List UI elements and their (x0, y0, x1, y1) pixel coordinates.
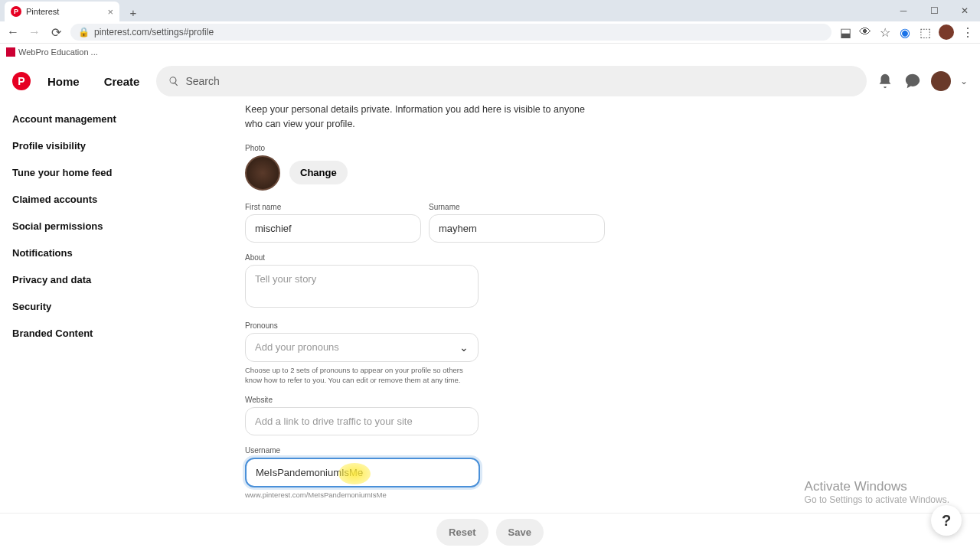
app-header: P Home Create Search ⌄ (0, 60, 980, 103)
change-photo-button[interactable]: Change (289, 161, 348, 184)
chevron-down-icon[interactable]: ⌄ (960, 76, 968, 86)
intro-text: Keep your personal details private. Info… (245, 103, 605, 132)
footer: Reset Save (0, 513, 980, 551)
extension-icon[interactable]: ◉ (899, 26, 911, 38)
surname-label: Surname (429, 203, 605, 211)
username-input[interactable] (245, 458, 480, 487)
search-input[interactable]: Search (156, 66, 867, 96)
sidebar-item-branded[interactable]: Branded Content (12, 320, 141, 347)
pronouns-placeholder: Add your pronouns (255, 341, 339, 353)
back-icon[interactable]: ← (6, 25, 20, 39)
about-textarea[interactable] (245, 265, 479, 308)
activate-line2: Go to Settings to activate Windows. (805, 494, 949, 505)
minimize-icon[interactable]: ─ (888, 0, 919, 21)
nav-home[interactable]: Home (40, 69, 87, 94)
window-controls: ─ ☐ ✕ (888, 0, 980, 21)
activate-line1: Activate Windows (805, 479, 949, 494)
messages-icon[interactable] (903, 72, 922, 90)
tab-bar: P Pinterest × + (0, 0, 980, 21)
sidebar-item-tune-feed[interactable]: Tune your home feed (12, 159, 141, 186)
browser-chrome: P Pinterest × + ─ ☐ ✕ ← → ⟳ 🔒 pinterest.… (0, 0, 980, 43)
username-url: www.pinterest.com/MeIsPandemoniumIsMe (245, 491, 480, 499)
sidebar-item-social[interactable]: Social permissions (12, 213, 141, 240)
forward-icon[interactable]: → (28, 25, 41, 39)
close-icon[interactable]: ✕ (949, 0, 980, 21)
bell-icon[interactable] (876, 72, 894, 90)
first-name-label: First name (245, 203, 421, 211)
first-name-input[interactable] (245, 214, 421, 243)
sidebar-item-security[interactable]: Security (12, 293, 141, 320)
sidebar-item-privacy[interactable]: Privacy and data (12, 266, 141, 293)
bookmark-bar: WebPro Education ... (0, 43, 980, 60)
photo-label: Photo (245, 144, 605, 152)
nav-create[interactable]: Create (96, 69, 148, 94)
website-input[interactable] (245, 407, 479, 435)
reload-icon[interactable]: ⟳ (49, 25, 63, 39)
search-placeholder: Search (185, 75, 219, 87)
install-icon[interactable]: ⬓ (839, 26, 851, 38)
url-text: pinterest.com/settings#profile (94, 27, 214, 37)
search-icon (168, 76, 179, 86)
reset-button[interactable]: Reset (436, 519, 488, 546)
pinterest-logo-icon[interactable]: P (12, 72, 31, 90)
pronouns-select[interactable]: Add your pronouns ⌄ (245, 333, 479, 362)
pronouns-helper: Choose up to 2 sets of pronouns to appea… (245, 365, 479, 386)
close-tab-icon[interactable]: × (107, 6, 113, 18)
sidebar-item-claimed[interactable]: Claimed accounts (12, 186, 141, 213)
profile-photo[interactable] (245, 155, 280, 191)
address-bar: ← → ⟳ 🔒 pinterest.com/settings#profile ⬓… (0, 21, 980, 43)
new-tab-button[interactable]: + (124, 3, 142, 21)
pronouns-label: Pronouns (245, 321, 479, 330)
tab-title: Pinterest (26, 7, 59, 16)
chevron-down-icon: ⌄ (459, 341, 469, 354)
username-label: Username (245, 446, 480, 455)
sidebar-item-account[interactable]: Account management (12, 106, 141, 132)
save-button[interactable]: Save (496, 519, 544, 546)
user-avatar[interactable] (931, 71, 951, 91)
menu-icon[interactable]: ⋮ (962, 26, 974, 38)
settings-sidebar: Account management Profile visibility Tu… (0, 103, 153, 551)
extensions-icon[interactable]: ⬚ (919, 26, 931, 38)
sidebar-item-profile-visibility[interactable]: Profile visibility (12, 132, 141, 159)
activate-windows-watermark: Activate Windows Go to Settings to activ… (805, 479, 949, 505)
help-button[interactable]: ? (931, 505, 962, 536)
bookmark-star-icon[interactable]: ☆ (879, 26, 891, 38)
about-label: About (245, 253, 479, 262)
url-field[interactable]: 🔒 pinterest.com/settings#profile (70, 24, 831, 41)
lock-icon: 🔒 (78, 27, 90, 37)
browser-profile-icon[interactable] (939, 24, 954, 40)
pinterest-favicon: P (11, 6, 21, 17)
sidebar-item-notifications[interactable]: Notifications (12, 240, 141, 266)
bookmark-item[interactable]: WebPro Education ... (18, 47, 98, 57)
website-label: Website (245, 396, 479, 404)
bookmark-favicon (6, 47, 15, 57)
maximize-icon[interactable]: ☐ (919, 0, 949, 21)
eye-off-icon[interactable]: 👁 (859, 26, 871, 38)
browser-tab[interactable]: P Pinterest × (5, 2, 119, 21)
surname-input[interactable] (429, 214, 605, 243)
